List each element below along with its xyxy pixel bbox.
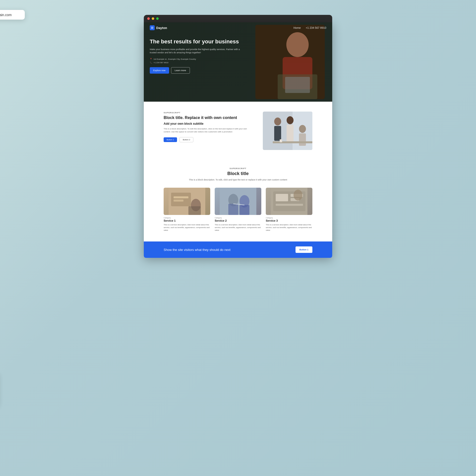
service-card-2: Category Service 2 This is a service des… (215, 188, 261, 232)
section1-button1[interactable]: Button 1 (164, 137, 177, 142)
cta-text: Show the site visitors what they should … (164, 248, 231, 252)
svg-rect-15 (280, 139, 282, 142)
cta-section: Show the site visitors what they should … (144, 241, 332, 258)
hero-person-image (255, 25, 325, 99)
hero-logo: D Dayton (150, 25, 167, 30)
section1-description: This is a block description. To edit thi… (164, 127, 253, 133)
svg-rect-24 (228, 204, 238, 215)
svg-rect-13 (299, 133, 306, 146)
browser-wrapper: D Dayton Home +1 234 567 8910 The best r… (144, 15, 332, 258)
location-icon: 📍 (150, 58, 152, 60)
svg-point-8 (274, 118, 281, 125)
section1-subtitle: Add your own block subtitle (164, 122, 253, 125)
service3-category: Category (266, 217, 312, 219)
section1-buttons: Button 1 Button 2 (164, 137, 253, 142)
section1-button2[interactable]: Button 2 (179, 137, 193, 142)
website-content: D Dayton Home +1 234 567 8910 The best r… (144, 22, 332, 258)
logo-text: Dayton (156, 26, 167, 30)
section2-title: Block title (164, 171, 312, 176)
nav-phone: +1 234 567 8910 (306, 26, 326, 29)
hero-buttons: Explore now Learn more (150, 67, 241, 74)
service-image-3 (266, 188, 312, 215)
svg-rect-26 (239, 205, 249, 215)
logo-icon: D (150, 25, 155, 30)
browser-close-dot[interactable] (147, 17, 150, 20)
svg-rect-18 (174, 196, 188, 198)
svg-rect-33 (276, 204, 303, 206)
section1-title: Block title. Replace it with own content (164, 115, 253, 120)
svg-point-12 (299, 125, 306, 133)
hero-phone: 📞 +1 234 567 8910 (150, 61, 241, 64)
explore-now-button[interactable]: Explore now (150, 67, 169, 74)
hero-nav: D Dayton Home +1 234 567 8910 (144, 22, 332, 33)
service-card-3: Category Service 3 This is a service des… (266, 188, 312, 232)
address-text: 1st Example st., Example City, Example C… (153, 58, 196, 60)
svg-point-10 (287, 116, 294, 124)
phone-icon: 📞 (150, 61, 152, 64)
browser-minimize-dot[interactable] (152, 17, 154, 20)
hero-address: 📍 1st Example st., Example City, Example… (150, 58, 241, 60)
team-photo (263, 112, 312, 150)
svg-point-34 (294, 190, 302, 201)
services-grid: Category Service 1 This is a service des… (164, 188, 312, 232)
nav-home[interactable]: Home (294, 26, 301, 29)
section1-superscript: SUPERSCRIPT (164, 112, 253, 114)
svg-rect-21 (188, 206, 201, 215)
service1-category: Category (164, 217, 210, 219)
browser-maximize-dot[interactable] (156, 17, 159, 20)
svg-rect-5 (285, 77, 310, 93)
content-left: SUPERSCRIPT Block title. Replace it with… (164, 112, 253, 142)
section2-description: This is a block description. To edit, cl… (164, 178, 312, 182)
svg-rect-11 (287, 125, 294, 142)
svg-rect-17 (171, 193, 191, 206)
hero-content: The best results for your business Make … (144, 33, 247, 81)
cta-button[interactable]: Button 1 (296, 246, 313, 253)
team-image (263, 112, 312, 150)
service-image-1 (164, 188, 210, 215)
svg-rect-30 (276, 194, 288, 201)
service1-name: Service 1 (164, 219, 210, 222)
svg-rect-14 (273, 141, 312, 143)
service1-description: This is a service description. Add more … (164, 223, 210, 232)
service2-description: This is a service description. Add more … (215, 223, 261, 232)
hero-section: D Dayton Home +1 234 567 8910 The best r… (144, 22, 332, 102)
service-card-1: Category Service 1 This is a service des… (164, 188, 210, 232)
phone-text: +1 234 567 8910 (153, 61, 168, 64)
browser-chrome (144, 15, 332, 22)
svg-point-2 (286, 32, 309, 57)
hero-title: The best results for your business (150, 38, 241, 45)
content-section-2: SUPERSCRIPT Block title This is a block … (144, 160, 332, 241)
service3-name: Service 3 (266, 219, 312, 222)
service-image-2 (215, 188, 261, 215)
content-section-1: SUPERSCRIPT Block title. Replace it with… (144, 102, 332, 160)
hero-nav-right: Home +1 234 567 8910 (294, 26, 326, 29)
service3-description: This is a service description. Add more … (266, 223, 312, 232)
hero-description: Make your business more profitable and p… (150, 48, 241, 55)
url-bar: 🔒 https://www.yourdomain.com (0, 10, 25, 20)
svg-rect-9 (274, 126, 281, 141)
section2-superscript: SUPERSCRIPT (164, 167, 312, 170)
service2-category: Category (215, 217, 261, 219)
url-text: https://www.yourdomain.com (0, 13, 12, 17)
service2-name: Service 2 (215, 219, 261, 222)
learn-more-button[interactable]: Learn more (171, 67, 190, 74)
svg-rect-19 (174, 200, 183, 202)
person-silhouette (255, 25, 325, 99)
